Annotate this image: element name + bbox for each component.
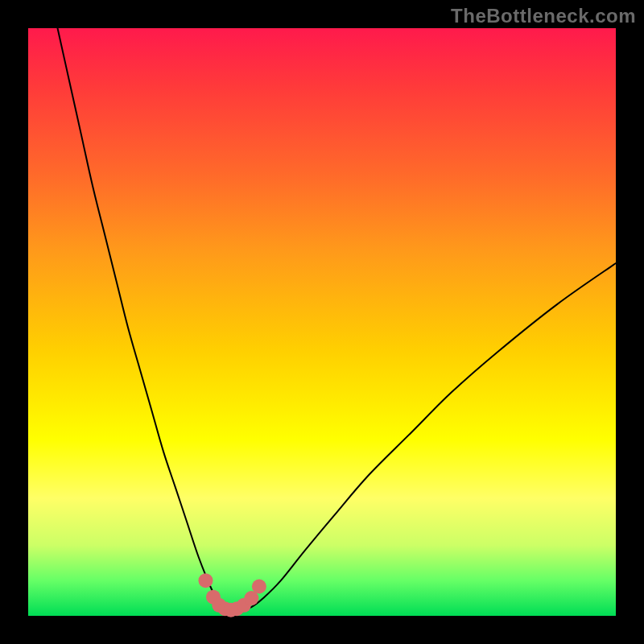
chart-frame: TheBottleneck.com [0,0,644,644]
plot-area [28,28,616,616]
highlight-dots-group [198,573,266,617]
chart-svg [28,28,616,616]
highlight-dot [198,573,213,588]
highlight-dot [252,580,266,594]
watermark-text: TheBottleneck.com [451,5,636,27]
bottleneck-curve [58,28,617,610]
